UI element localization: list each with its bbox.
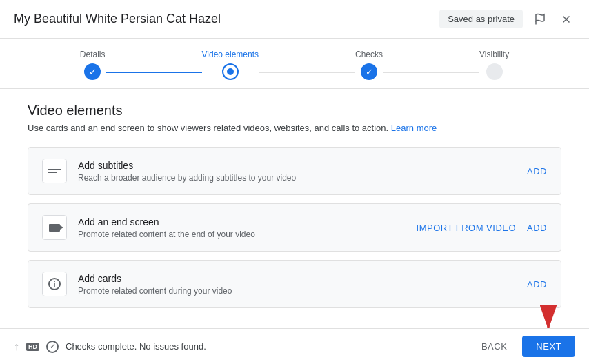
step-visibility: Visibility xyxy=(479,50,509,80)
step-video-elements-circle xyxy=(222,63,239,80)
card-cards: i Add cards Promote related content duri… xyxy=(28,260,561,308)
subtitles-content: Add subtitles Reach a broader audience b… xyxy=(78,160,527,183)
step-checks-circle: ✓ xyxy=(361,63,377,80)
check-circle-icon: ✓ xyxy=(46,341,59,353)
cards-description: Promote related content during your vide… xyxy=(78,286,527,296)
cards-content: Add cards Promote related content during… xyxy=(78,273,527,296)
end-screen-add-button[interactable]: ADD xyxy=(527,223,547,233)
end-screen-icon xyxy=(42,215,67,240)
step-details-label: Details xyxy=(80,50,106,59)
footer-status: Checks complete. No issues found. xyxy=(66,341,206,352)
hd-badge: HD xyxy=(26,343,39,351)
subtitles-description: Reach a broader audience by adding subti… xyxy=(78,173,527,183)
stepper: Details ✓ Video elements Checks ✓ Visibi… xyxy=(0,39,589,89)
cards-add-button[interactable]: ADD xyxy=(527,279,547,290)
page-title: My Beautiful White Persian Cat Hazel xyxy=(14,12,221,26)
learn-more-link[interactable]: Learn more xyxy=(391,123,437,133)
footer-right: BACK NEXT xyxy=(473,336,575,357)
upload-icon: ↑ xyxy=(14,341,19,353)
end-screen-actions: IMPORT FROM VIDEO ADD xyxy=(417,223,547,233)
card-subtitles: Add subtitles Reach a broader audience b… xyxy=(28,147,561,195)
card-end-screen: Add an end screen Promote related conten… xyxy=(28,203,561,252)
import-from-video-button[interactable]: IMPORT FROM VIDEO xyxy=(417,223,517,233)
section-description: Use cards and an end screen to show view… xyxy=(28,123,561,133)
step-line-1 xyxy=(106,72,202,73)
step-line-2 xyxy=(259,72,355,73)
end-screen-title: Add an end screen xyxy=(78,216,417,228)
section-title: Video elements xyxy=(28,103,561,119)
cards-title: Add cards xyxy=(78,273,527,284)
subtitles-actions: ADD xyxy=(527,166,547,176)
footer: ↑ HD ✓ Checks complete. No issues found.… xyxy=(0,328,589,364)
subtitles-icon xyxy=(42,159,67,183)
step-video-elements: Video elements xyxy=(202,50,259,80)
step-visibility-circle xyxy=(486,63,503,80)
subtitles-title: Add subtitles xyxy=(78,160,527,171)
end-screen-description: Promote related content at the end of yo… xyxy=(78,230,417,239)
end-screen-content: Add an end screen Promote related conten… xyxy=(78,216,417,239)
next-button[interactable]: NEXT xyxy=(522,336,575,357)
step-details: Details ✓ xyxy=(80,50,106,80)
back-button[interactable]: BACK xyxy=(473,336,515,357)
header: My Beautiful White Persian Cat Hazel Sav… xyxy=(0,0,589,39)
step-checks: Checks ✓ xyxy=(355,50,383,80)
step-line-3 xyxy=(383,72,479,73)
cards-actions: ADD xyxy=(527,279,547,290)
close-button[interactable] xyxy=(557,10,575,28)
main-content: Video elements Use cards and an end scre… xyxy=(0,89,589,334)
subtitles-add-button[interactable]: ADD xyxy=(527,166,547,176)
header-actions: Saved as private xyxy=(439,10,575,28)
flag-button[interactable] xyxy=(531,10,549,28)
step-checks-label: Checks xyxy=(355,50,383,59)
saved-status-badge: Saved as private xyxy=(439,10,523,28)
footer-left: ↑ HD ✓ Checks complete. No issues found. xyxy=(14,341,206,353)
step-video-elements-label: Video elements xyxy=(202,50,259,59)
step-visibility-label: Visibility xyxy=(479,50,509,59)
cards-icon: i xyxy=(42,272,67,296)
step-details-circle: ✓ xyxy=(84,63,101,80)
